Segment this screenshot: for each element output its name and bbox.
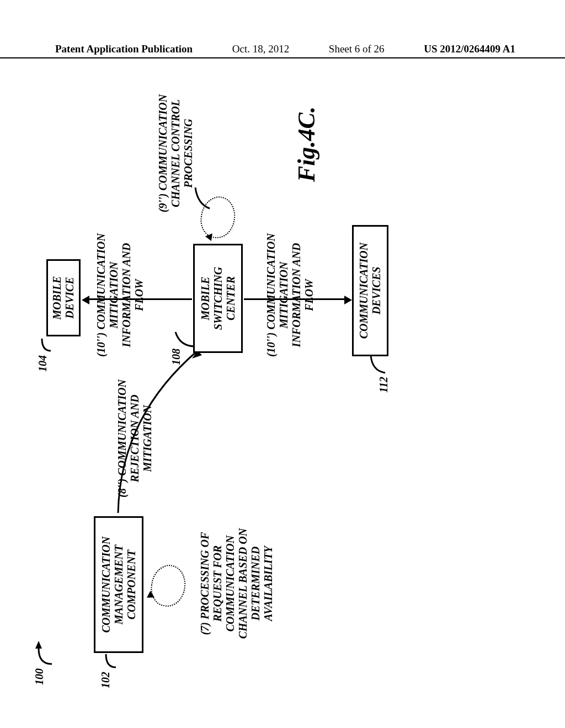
loop-cmc — [148, 563, 188, 609]
sheet-number: Sheet 6 of 26 — [329, 43, 385, 55]
pub-date: Oct. 18, 2012 — [232, 43, 289, 55]
arrowhead-msc-to-mobile — [82, 296, 89, 304]
box-mobile-device: MOBILE DEVICE — [46, 259, 81, 336]
ref-108: 108 — [170, 349, 183, 365]
ref-102: 102 — [99, 672, 112, 688]
pub-type: Patent Application Publication — [55, 43, 193, 55]
ref-112: 112 — [377, 377, 390, 393]
label-step9: (9'') COMMUNICATION CHANNEL CONTROL PROC… — [157, 90, 195, 216]
leader-100 — [35, 632, 57, 665]
label-step10a: (10'') COMMUNICATION MITIGATION INFORMAT… — [95, 225, 146, 365]
svg-marker-0 — [35, 641, 42, 649]
box-msc: MOBILE SWITCHING CENTER — [193, 244, 243, 353]
label-step10b: (10'') COMMUNICATION MITIGATION INFORMAT… — [265, 225, 316, 365]
leader-9 — [194, 183, 213, 211]
label-step7: (7) PROCESSING OF REQUEST FOR COMMUNICAT… — [199, 512, 275, 655]
arrowhead-msc-to-devices — [344, 296, 352, 304]
box-communication-management: COMMUNICATION MANAGEMENT COMPONENT — [94, 516, 143, 653]
ref-104: 104 — [36, 355, 49, 372]
label-step8: (8'') COMMUNICATION REJECTION AND MITIGA… — [116, 371, 154, 506]
figure-container: 100 102 COMMUNICATION MANAGEMENT COMPONE… — [33, 88, 530, 695]
figure-4c: 100 102 COMMUNICATION MANAGEMENT COMPONE… — [33, 88, 519, 689]
box-communication-devices: COMMUNICATION DEVICES — [352, 225, 388, 356]
ref-100: 100 — [33, 668, 46, 685]
pub-number: US 2012/0264409 A1 — [424, 43, 515, 55]
figure-number: Fig.4C. — [292, 106, 321, 182]
